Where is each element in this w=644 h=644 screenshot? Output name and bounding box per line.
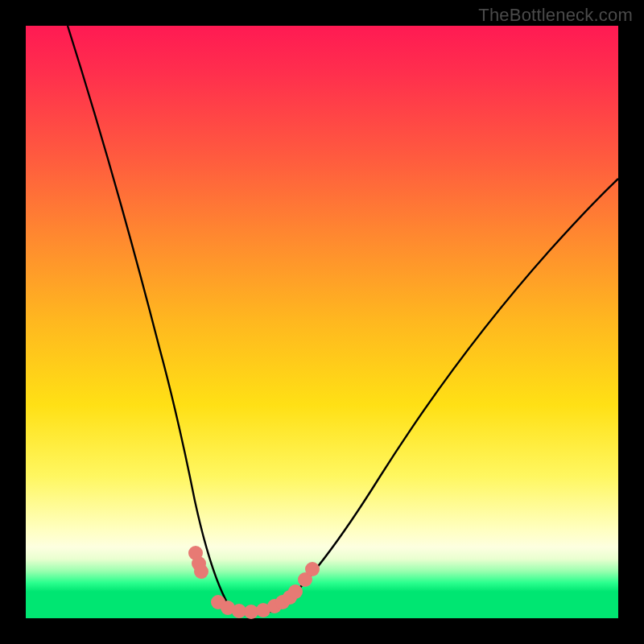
curve-right-branch (280, 179, 618, 607)
marker-dot (194, 564, 208, 579)
attribution-label: TheBottleneck.com (478, 5, 633, 26)
valley-markers (188, 546, 320, 619)
curve-layer (26, 26, 618, 618)
marker-dot (305, 562, 320, 576)
plot-area (26, 26, 618, 618)
curve-left-branch (68, 26, 229, 605)
marker-dot (288, 584, 303, 599)
chart-frame: TheBottleneck.com (0, 0, 644, 644)
